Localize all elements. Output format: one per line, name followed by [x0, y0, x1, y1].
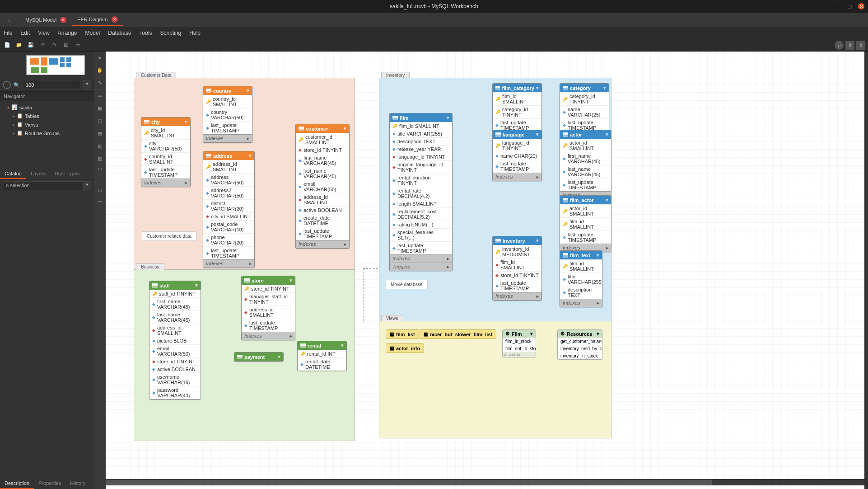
nav-schema[interactable]: ▾📊 sakila — [0, 103, 94, 112]
home-icon[interactable]: ⌂ — [4, 14, 14, 25]
tab-properties[interactable]: Properties — [34, 478, 65, 489]
rel-nm-icon[interactable]: ─ — [96, 197, 104, 205]
table-film-actor[interactable]: film_actor▾ 🔑actor_id SMALLINT 🔑film_id … — [560, 195, 611, 252]
diagram-canvas[interactable]: Customer Data Customer related data Inve… — [106, 52, 864, 489]
table-country[interactable]: country▾ 🔑country_id SMALLINT ◆country V… — [203, 86, 252, 143]
search-icon[interactable]: ⌕ — [835, 41, 844, 50]
zoom-dropdown[interactable]: ▾ — [83, 80, 91, 89]
view-nicer-film-list[interactable]: ▦nicer_but_slower_film_list — [420, 329, 496, 339]
open-file-icon[interactable]: 📁 — [14, 41, 23, 50]
new-file-icon[interactable]: 📄 — [3, 41, 12, 50]
zoom-fit-icon[interactable] — [3, 81, 11, 89]
pk-icon: 🔑 — [206, 99, 211, 104]
rel-1n-icon[interactable]: ─ — [96, 176, 104, 184]
layer-note-customer[interactable]: Customer related data — [142, 231, 196, 241]
horizontal-scrollbar[interactable] — [106, 479, 864, 485]
window-controls: — ▢ ✕ — [835, 3, 864, 9]
tab-close-icon[interactable]: ✕ — [60, 17, 66, 23]
tab-catalog[interactable]: Catalog — [0, 169, 26, 179]
nav-views[interactable]: ▸📋 Views — [0, 120, 94, 129]
view-icon: ▦ — [424, 331, 428, 337]
layer-label: Inventory — [381, 72, 410, 78]
menu-scripting[interactable]: Scripting — [160, 30, 182, 36]
tab-description[interactable]: Description — [0, 478, 34, 489]
nav-tables[interactable]: ▸📋 Tables — [0, 112, 94, 120]
note-tool-icon[interactable]: ▦ — [96, 104, 104, 112]
menu-view[interactable]: View — [38, 30, 50, 36]
table-film-text[interactable]: film_text▾ 🔑film_id SMALLINT ◆title VARC… — [560, 250, 602, 307]
table-city[interactable]: city▾ 🔑city_id SMALLINT ◆city VARCHAR(50… — [141, 117, 191, 187]
align-icon[interactable]: ▭ — [73, 41, 82, 50]
panel-left-icon[interactable]: ▮ — [845, 41, 854, 50]
view-actor-info[interactable]: ▦actor_info — [386, 343, 424, 353]
table-language[interactable]: language▾ 🔑language_id TINYINT ◆name CHA… — [492, 130, 542, 181]
close-button[interactable]: ✕ — [858, 3, 864, 9]
layer-note-inventory[interactable]: Movie database — [386, 280, 428, 289]
menu-database[interactable]: Database — [108, 30, 131, 36]
diagram-toolbar: ▲ ✋ ✎ ▭ ▦ ▢ ▤ ▥ ▧ 1:1 ─ 1:1 ─ — [94, 52, 106, 489]
toolbar: 📄 📁 💾 ↶ ↷ ▦ ▭ ⌕ ▮ ▮ — [0, 39, 868, 52]
table-staff[interactable]: staff▾ 🔑staff_id TINYINT ◆first_name VAR… — [149, 281, 201, 400]
menu-tools[interactable]: Tools — [140, 30, 152, 36]
tab-user-types[interactable]: User Types — [50, 169, 84, 179]
titlebar: sakila_full.mwb - MySQL Workbench — ▢ ✕ — [0, 0, 868, 13]
catalog-selection[interactable]: o selection — [3, 181, 83, 190]
catalog-dropdown[interactable]: ▾ — [83, 181, 91, 190]
table-customer[interactable]: customer▾ 🔑customer_id SMALLINT ◆store_i… — [295, 124, 350, 249]
tab-eer-diagram[interactable]: EER Diagram ✕ — [72, 14, 123, 26]
menu-file[interactable]: File — [4, 30, 12, 36]
table-rental[interactable]: rental▾ 🔑rental_id INT ◆rental_date DATE… — [297, 341, 347, 371]
menu-bar: File Edit View Arrange Model Database To… — [0, 27, 868, 39]
zoom-value[interactable]: 100 — [23, 81, 80, 89]
scrollbar-thumb[interactable] — [106, 480, 712, 485]
view-icon: ▦ — [390, 345, 394, 351]
view-film-list[interactable]: ▦film_list — [386, 329, 419, 339]
table-address[interactable]: address▾ 🔑address_id SMALLINT ◆address V… — [203, 151, 255, 268]
sidebar: 🔍 100 ▾ Navigator ▾📊 sakila ▸📋 Tables ▸📋… — [0, 52, 94, 489]
main-area: 🔍 100 ▾ Navigator ▾📊 sakila ▸📋 Tables ▸📋… — [0, 52, 868, 489]
tab-mysql-model[interactable]: MySQL Model ✕ — [20, 14, 72, 26]
zoom-controls: 🔍 100 ▾ — [0, 79, 94, 92]
table-store[interactable]: store▾ 🔑store_id TINYINT ◆manager_staff_… — [241, 276, 295, 340]
navigator-header: Navigator — [0, 92, 94, 101]
col-icon: ◆ — [206, 113, 209, 117]
navigator-tree: ▾📊 sakila ▸📋 Tables ▸📋 Views ▸📋 Routine … — [0, 101, 94, 169]
menu-help[interactable]: Help — [189, 30, 201, 36]
table-inventory[interactable]: inventory▾ 🔑inventory_id MEDIUMINT ◆film… — [492, 236, 542, 301]
routine-tool-icon[interactable]: ▧ — [96, 155, 104, 163]
maximize-button[interactable]: ▢ — [846, 3, 853, 9]
view-tool-icon[interactable]: ▥ — [96, 142, 104, 150]
menu-model[interactable]: Model — [85, 30, 100, 36]
layer-label: Views — [381, 315, 403, 321]
menu-edit[interactable]: Edit — [20, 30, 30, 36]
tab-history[interactable]: History — [65, 478, 90, 489]
table-payment[interactable]: payment▾ — [234, 352, 284, 362]
layer-tool-icon[interactable]: ▭ — [96, 91, 104, 99]
pointer-tool-icon[interactable]: ▲ — [96, 53, 104, 61]
menu-arrange[interactable]: Arrange — [58, 30, 77, 36]
image-tool-icon[interactable]: ▢ — [96, 117, 104, 125]
table-icon — [144, 120, 149, 124]
panel-right-icon[interactable]: ▮ — [856, 41, 865, 50]
tab-layers[interactable]: Layers — [26, 169, 50, 179]
minimize-button[interactable]: — — [835, 3, 841, 9]
table-film[interactable]: film▾ 🔑film_id SMALLINT ◆title VARCHAR(2… — [389, 113, 453, 271]
collapse-icon[interactable]: ▾ — [185, 119, 187, 125]
table-actor[interactable]: actor▾ 🔑actor_id SMALLINT ◆first_name VA… — [560, 130, 611, 200]
table-tool-icon[interactable]: ▤ — [96, 129, 104, 137]
undo-icon[interactable]: ↶ — [38, 41, 47, 50]
routine-group-film[interactable]: ⚙Film▾ film_in_stock film_not_in_stock 2… — [502, 329, 536, 357]
save-file-icon[interactable]: 💾 — [26, 41, 35, 50]
grid-icon[interactable]: ▦ — [61, 41, 70, 50]
hand-tool-icon[interactable]: ✋ — [96, 66, 104, 74]
nav-routines[interactable]: ▸📋 Routine Groups — [0, 129, 94, 137]
collapse-icon[interactable]: ▾ — [247, 88, 249, 94]
zoom-magnifier-icon[interactable]: 🔍 — [14, 82, 20, 88]
routine-group-resources[interactable]: ⚙Resources▾ get_customer_balance invento… — [557, 329, 602, 360]
gear-icon: ⚙ — [505, 331, 510, 337]
redo-icon[interactable]: ↷ — [50, 41, 59, 50]
tab-close-icon[interactable]: ✕ — [112, 16, 118, 23]
eraser-tool-icon[interactable]: ✎ — [96, 79, 104, 87]
diagram-overview[interactable] — [26, 55, 85, 75]
canvas-wrapper: Customer Data Customer related data Inve… — [106, 52, 868, 489]
